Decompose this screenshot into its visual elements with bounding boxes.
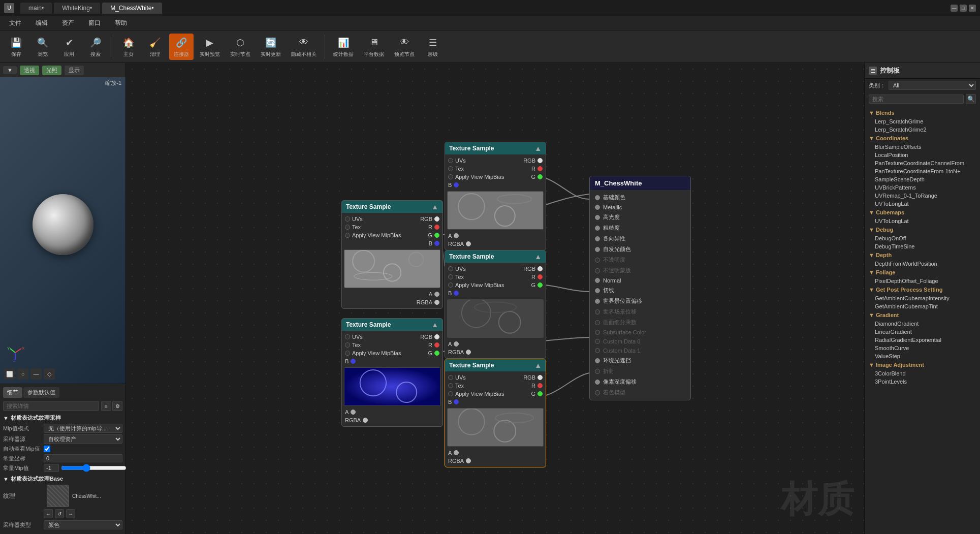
pin-b-out-3[interactable] — [454, 291, 459, 296]
pin-uvs-in-1[interactable] — [345, 216, 350, 222]
toolbar-hierarchy[interactable]: ☰ 层级 — [421, 34, 445, 60]
pin-g-out-2[interactable] — [538, 174, 543, 179]
vp-tool-plane[interactable]: — — [30, 368, 42, 380]
mat-pin-metallic-in[interactable] — [595, 205, 600, 210]
right-item-localposition[interactable]: LocalPosition — [865, 151, 980, 159]
pin-mip-in-2[interactable] — [448, 174, 453, 179]
right-search-input[interactable] — [869, 95, 964, 104]
vp-lighting[interactable]: 光照 — [42, 66, 61, 75]
constant-uv-input[interactable] — [44, 454, 122, 462]
mat-pin-anisotropy-in[interactable] — [595, 236, 600, 241]
toolbar-search[interactable]: 🔎 搜索 — [83, 34, 108, 60]
right-section-debug[interactable]: ▼ Debug — [865, 225, 980, 234]
right-section-postprocess[interactable]: ▼ Get Post Process Setting — [865, 285, 980, 294]
menu-file[interactable]: 文件 — [6, 18, 24, 28]
right-item-debugon[interactable]: DebugOnOff — [865, 234, 980, 242]
right-item-pantex1[interactable]: PanTextureCoordinateChannelFrom — [865, 159, 980, 167]
mat-pin-tangent-in[interactable] — [595, 288, 600, 293]
toolbar-realtime-update[interactable]: 🔄 实时更新 — [257, 34, 285, 60]
pin-b-out-2[interactable] — [454, 182, 459, 187]
right-item-pantex2[interactable]: PanTextureCoordinateFrom-1toN+ — [865, 167, 980, 175]
pin-rgb-out-4[interactable] — [434, 334, 439, 339]
right-item-linear[interactable]: LinearGradient — [865, 328, 980, 336]
right-item-uvlong1[interactable]: UVToLongLat — [865, 200, 980, 208]
toolbar-browse[interactable]: 🔍 浏览 — [30, 34, 55, 60]
pin-a-out-2[interactable] — [454, 233, 459, 238]
mat-pin-custom1-in[interactable] — [595, 348, 600, 353]
node-graph-area[interactable]: Texture Sample ▲ UVs RGB Tex R Apply Vie… — [126, 63, 864, 534]
tex-back-btn[interactable]: ← — [44, 509, 53, 518]
menu-asset[interactable]: 资产 — [59, 18, 77, 28]
texture-sample-node-2[interactable]: Texture Sample ▲ UVs RGB Tex R Apply Vie… — [445, 142, 546, 250]
mat-pin-opacity-mask-in[interactable] — [595, 268, 600, 273]
pin-r-out-5[interactable] — [538, 383, 543, 388]
pin-mip-in-4[interactable] — [345, 351, 350, 356]
pin-rgb-out-2[interactable] — [538, 158, 543, 163]
right-item-blursample[interactable]: BlurSampleOffsets — [865, 143, 980, 151]
toolbar-connect[interactable]: 🔗 连接器 — [169, 34, 194, 60]
mat-pin-specular-in[interactable] — [595, 215, 600, 220]
right-section-coordinates[interactable]: ▼ Coordinates — [865, 134, 980, 143]
pin-b-out-1[interactable] — [434, 241, 439, 246]
pin-a-out-5[interactable] — [454, 450, 459, 455]
right-item-lerp1[interactable]: Lerp_ScratchGrime — [865, 117, 980, 125]
right-item-pixeldepth[interactable]: PixelDepthOffset_Foliage — [865, 277, 980, 285]
right-item-depthworld[interactable]: DepthFromWorldPosition — [865, 260, 980, 268]
mat-pin-subsurface-in[interactable] — [595, 330, 600, 335]
auto-mip-checkbox[interactable] — [44, 446, 50, 452]
pin-tex-in-3[interactable] — [448, 274, 453, 279]
mip-mode-select[interactable]: 无（使用计算的mip导... — [44, 424, 122, 433]
right-section-gradient[interactable]: ▼ Gradient — [865, 310, 980, 320]
toolbar-realtime-nodes[interactable]: ⬡ 实时节点 — [226, 34, 255, 60]
toolbar-home[interactable]: 🏠 主页 — [116, 34, 141, 60]
toolbar-hide-unrelated[interactable]: 👁 隐藏不相关 — [287, 34, 321, 60]
menu-edit[interactable]: 编辑 — [33, 18, 51, 28]
pin-tex-in-4[interactable] — [345, 342, 350, 348]
mat-pin-refraction-in[interactable] — [595, 369, 600, 374]
pin-a-out-1[interactable] — [434, 292, 439, 297]
mat-pin-pixel-depth-in[interactable] — [595, 380, 600, 385]
mat-pin-custom0-in[interactable] — [595, 339, 600, 344]
right-item-ambientcubemapintensity[interactable]: GetAmbientCubemapIntensity — [865, 294, 980, 302]
mat-pin-roughness-in[interactable] — [595, 226, 600, 231]
mat-pin-shading-in[interactable] — [595, 390, 600, 395]
tab-mchesswhite[interactable]: M_ChessWhite• — [102, 3, 162, 14]
mat-pin-ao-in[interactable] — [595, 358, 600, 363]
right-section-foliage[interactable]: ▼ Foliage — [865, 268, 980, 277]
right-item-debugtime[interactable]: DebugTimeSine — [865, 242, 980, 250]
pin-mip-in-5[interactable] — [448, 391, 453, 396]
pin-r-out-2[interactable] — [538, 166, 543, 171]
pin-rgba-out-2[interactable] — [466, 241, 471, 246]
mat-pin-opacity-in[interactable] — [595, 258, 600, 263]
tab-main[interactable]: main• — [20, 3, 52, 14]
pin-b-out-5[interactable] — [454, 399, 459, 404]
pin-r-out-3[interactable] — [538, 274, 543, 279]
pin-uvs-in-3[interactable] — [448, 266, 453, 271]
pin-uvs-in-4[interactable] — [345, 334, 350, 339]
toolbar-stats[interactable]: 📊 统计数据 — [329, 34, 358, 60]
pin-uvs-in-2[interactable] — [448, 158, 453, 163]
constant-mip-input[interactable] — [44, 464, 59, 472]
menu-window[interactable]: 窗口 — [85, 18, 104, 28]
tex-forward-btn[interactable]: → — [66, 509, 75, 518]
mat-pin-base-color-in[interactable] — [595, 195, 600, 200]
close-button[interactable]: ✕ — [969, 5, 976, 12]
right-section-blends[interactable]: ▼ Blends — [865, 108, 980, 117]
category-select[interactable]: All — [889, 81, 976, 90]
right-item-ambientcubemaptint[interactable]: GetAmbientCubemapTint — [865, 302, 980, 310]
vp-dropdown[interactable]: ▼ — [3, 66, 17, 74]
pin-rgba-out-5[interactable] — [466, 458, 471, 463]
vp-show[interactable]: 显示 — [65, 66, 84, 75]
node-collapse-4[interactable]: ▲ — [431, 321, 438, 329]
right-item-3point[interactable]: 3PointLevels — [865, 378, 980, 386]
pin-tex-in-1[interactable] — [345, 225, 350, 230]
constant-mip-slider[interactable] — [61, 464, 127, 472]
props-filter-btn[interactable]: ⚙ — [112, 401, 122, 411]
right-item-valuestep[interactable]: ValueStep — [865, 352, 980, 360]
tex-refresh-btn[interactable]: ↺ — [55, 509, 64, 518]
mat-pin-normal-in[interactable] — [595, 278, 600, 283]
pin-rgb-out-5[interactable] — [538, 375, 543, 380]
texture-sample-node-5[interactable]: Texture Sample ▲ UVs RGB Tex R Apply Vie… — [445, 359, 546, 467]
mat-pin-emissive-in[interactable] — [595, 247, 600, 252]
node-collapse-1[interactable]: ▲ — [431, 203, 438, 211]
